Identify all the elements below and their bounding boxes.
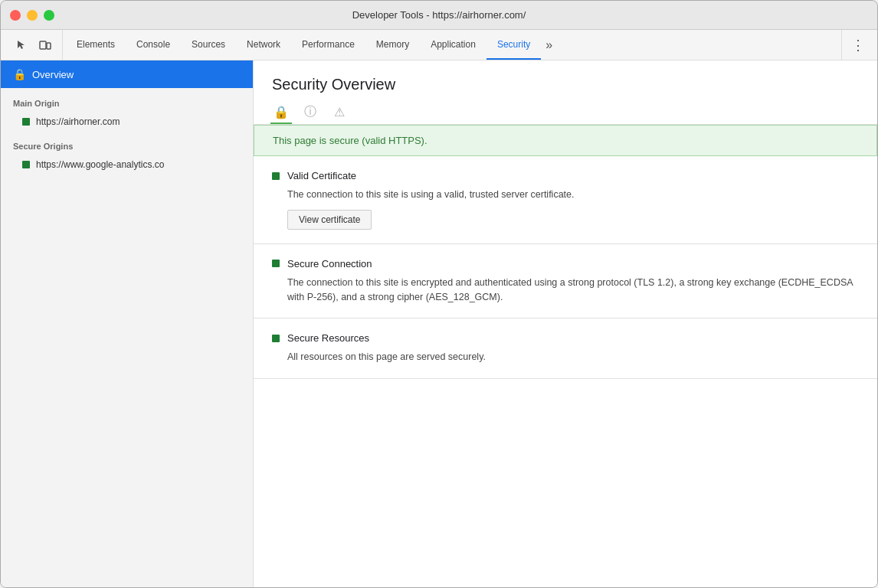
- warning-status-icon[interactable]: ⚠: [329, 103, 350, 124]
- lock-icon: 🔒: [13, 68, 26, 80]
- resources-title-row: Secure Resources: [272, 332, 859, 344]
- close-button[interactable]: [10, 10, 21, 21]
- tab-network[interactable]: Network: [236, 30, 291, 60]
- main-origin-label: Main Origin: [1, 88, 253, 113]
- certificate-status-icon: [272, 172, 280, 180]
- main-origin-url: https://airhorner.com: [36, 116, 120, 127]
- green-status-icon-2: [22, 161, 30, 168]
- devtools-menu-button[interactable]: ⋮: [848, 34, 868, 57]
- tab-application[interactable]: Application: [420, 30, 487, 60]
- lock-status-icon[interactable]: 🔒: [270, 103, 292, 124]
- secure-banner-text: This page is secure (valid HTTPS).: [273, 135, 428, 146]
- resources-title: Secure Resources: [287, 332, 369, 344]
- connection-section: Secure Connection The connection to this…: [254, 244, 877, 319]
- certificate-body: The connection to this site is using a v…: [287, 188, 859, 230]
- secure-banner: This page is secure (valid HTTPS).: [254, 125, 877, 156]
- resources-status-icon: [272, 335, 280, 342]
- select-mode-button[interactable]: [10, 34, 31, 56]
- title-bar: Developer Tools - https://airhorner.com/: [1, 1, 877, 30]
- tab-security[interactable]: Security: [487, 30, 541, 60]
- tab-overflow-button[interactable]: »: [541, 30, 557, 60]
- sidebar-item-main-origin[interactable]: https://airhorner.com: [1, 113, 253, 131]
- maximize-button[interactable]: [44, 10, 54, 21]
- window-controls: [10, 10, 54, 21]
- window-title: Developer Tools - https://airhorner.com/: [352, 9, 526, 21]
- resources-body: All resources on this page are served se…: [287, 350, 859, 364]
- sidebar-item-secure-origin[interactable]: https://www.google-analytics.co: [1, 155, 253, 174]
- status-icons-row: 🔒 ⓘ ⚠: [254, 103, 877, 125]
- tab-memory[interactable]: Memory: [365, 30, 420, 60]
- active-tab-indicator: [270, 122, 292, 124]
- connection-title: Secure Connection: [287, 258, 372, 270]
- tab-sources[interactable]: Sources: [181, 30, 236, 60]
- sidebar: 🔒 Overview Main Origin https://airhorner…: [1, 60, 254, 588]
- connection-title-row: Secure Connection: [272, 258, 859, 270]
- toolbar-icons: [4, 30, 63, 60]
- main-area: 🔒 Overview Main Origin https://airhorner…: [1, 60, 877, 588]
- content-panel: Security Overview 🔒 ⓘ ⚠ This page is sec…: [254, 60, 877, 588]
- connection-body: The connection to this site is encrypted…: [287, 276, 859, 305]
- view-certificate-button[interactable]: View certificate: [287, 210, 372, 230]
- certificate-title: Valid Certificate: [287, 170, 356, 181]
- tab-performance[interactable]: Performance: [291, 30, 365, 60]
- info-status-icon[interactable]: ⓘ: [300, 103, 321, 124]
- page-title: Security Overview: [254, 60, 877, 103]
- toolbar: Elements Console Sources Network Perform…: [1, 30, 877, 60]
- green-status-icon: [22, 118, 30, 126]
- device-toggle-button[interactable]: [34, 34, 56, 56]
- tab-console[interactable]: Console: [126, 30, 181, 60]
- svg-rect-0: [40, 41, 46, 49]
- resources-section: Secure Resources All resources on this p…: [254, 318, 877, 379]
- svg-rect-1: [47, 43, 51, 49]
- secure-origin-url: https://www.google-analytics.co: [36, 159, 164, 170]
- sidebar-overview-label: Overview: [32, 69, 74, 80]
- connection-status-icon: [272, 260, 280, 267]
- certificate-section: Valid Certificate The connection to this…: [254, 156, 877, 244]
- secure-origins-label: Secure Origins: [1, 131, 253, 155]
- toolbar-menu: ⋮: [841, 30, 874, 60]
- certificate-title-row: Valid Certificate: [272, 170, 859, 181]
- tab-elements[interactable]: Elements: [66, 30, 126, 60]
- minimize-button[interactable]: [27, 10, 38, 21]
- sidebar-overview-item[interactable]: 🔒 Overview: [1, 60, 253, 88]
